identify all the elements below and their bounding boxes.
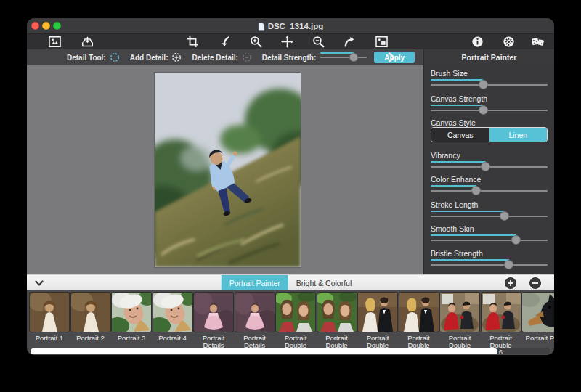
- import-icon[interactable]: [79, 35, 95, 49]
- couple-red-thumbnail-art: [440, 293, 479, 332]
- two-girls-thumbnail-art: [276, 293, 315, 332]
- canvas-strength-slider[interactable]: [431, 105, 548, 115]
- delete-detail-label: Delete Detail:: [192, 54, 237, 62]
- title-bar: DSC_1314.jpg: [27, 18, 554, 34]
- main-toolbar: [27, 34, 554, 49]
- panel-title: Portrait Painter: [462, 53, 517, 62]
- preset-thumbnail-label: Portrait 1: [28, 335, 70, 342]
- preset-tab-bar: Portrait Painter Bright & Colorful: [27, 274, 554, 290]
- detail-strength-label: Detail Strength:: [262, 54, 316, 62]
- settings-icon[interactable]: [500, 35, 516, 49]
- delete-detail-icon[interactable]: [242, 52, 252, 62]
- couple-red-thumbnail-art: [482, 293, 521, 332]
- brush-size-slider[interactable]: [431, 79, 548, 90]
- face-hat-thumbnail-art: [153, 293, 192, 332]
- woman-sepia-thumbnail-art: [30, 293, 69, 332]
- horizontal-scrollbar[interactable]: [30, 348, 550, 354]
- preset-tabs: Portrait Painter Bright & Colorful: [222, 275, 359, 291]
- random-icon[interactable]: [529, 35, 545, 49]
- canvas-style-option-canvas[interactable]: Canvas: [431, 128, 489, 142]
- close-button[interactable]: [31, 22, 39, 30]
- crop-icon[interactable]: [184, 35, 200, 49]
- brush-size-label: Brush Size: [431, 69, 468, 78]
- preset-thumbnail-label: Portrait 4: [152, 335, 194, 342]
- minimize-button[interactable]: [42, 22, 50, 30]
- stroke-length-slider[interactable]: [431, 211, 548, 221]
- add-preset-button[interactable]: [505, 277, 516, 289]
- detail-tool-icon[interactable]: [110, 52, 120, 62]
- window-title: DSC_1314.jpg: [268, 22, 324, 30]
- canvas-strength-label: Canvas Strength: [431, 94, 487, 103]
- preset-thumbnail-2[interactable]: Portrait 2: [71, 293, 110, 355]
- bristle-strength-label: Bristle Strength: [431, 249, 483, 258]
- preset-thumbnail-label: Portrait Pe: [521, 335, 554, 342]
- preset-thumbnail-label: Portrait 2: [70, 335, 112, 342]
- canvas-style-segmented-control: Canvas Linen: [431, 127, 548, 142]
- move-icon[interactable]: [279, 35, 295, 49]
- girl-pink-thumbnail-art: [235, 293, 275, 332]
- color-enhance-slider[interactable]: [431, 185, 548, 196]
- zoom-in-icon[interactable]: [248, 35, 264, 49]
- detail-tool-label: Detail Tool:: [67, 54, 106, 62]
- add-detail-icon[interactable]: [171, 52, 182, 62]
- preset-thumbnail-label: Portrait 3: [110, 335, 153, 342]
- image-icon[interactable]: [46, 35, 62, 49]
- dog-thumbnail-art: [522, 293, 554, 332]
- smooth-skin-slider[interactable]: [431, 234, 548, 245]
- vibrancy-label: Vibrancy: [431, 151, 460, 160]
- bride-groom-thumbnail-art: [399, 293, 439, 332]
- preset-thumbnail-12[interactable]: Portrait Double 6: [482, 293, 521, 355]
- bristle-strength-slider[interactable]: [431, 259, 548, 270]
- chevron-down-icon[interactable]: [34, 278, 44, 288]
- preset-thumbnail-1[interactable]: Portrait 1: [30, 293, 69, 355]
- preset-thumbnail-8[interactable]: Portrait Double 2: [317, 293, 357, 355]
- undo-icon[interactable]: [217, 35, 233, 49]
- document-icon: [258, 21, 265, 30]
- app-window: DSC_1314.jpg Detail Tool: Add Detail: De…: [27, 18, 554, 355]
- redo-icon[interactable]: [341, 35, 357, 49]
- woman-sepia-thumbnail-art: [71, 293, 110, 332]
- preset-thumbnail-6[interactable]: Portrait Details 2: [235, 293, 275, 355]
- zoom-out-icon[interactable]: [310, 35, 326, 49]
- info-icon[interactable]: [469, 35, 485, 49]
- preset-thumbnail-11[interactable]: Portrait Double 5: [440, 293, 479, 355]
- preset-thumbnail-13[interactable]: Portrait Pe: [522, 293, 554, 355]
- preset-thumbnail-9[interactable]: Portrait Double 3: [358, 293, 397, 355]
- two-girls-thumbnail-art: [317, 293, 357, 332]
- vibrancy-slider[interactable]: [431, 161, 548, 172]
- canvas-style-option-linen[interactable]: Linen: [489, 128, 548, 142]
- preset-thumbnail-4[interactable]: Portrait 4: [153, 293, 192, 355]
- photo-preview[interactable]: [155, 73, 301, 267]
- zoom-window-button[interactable]: [53, 22, 61, 30]
- girl-pink-thumbnail-art: [194, 293, 233, 332]
- traffic-lights: [27, 22, 62, 30]
- chevron-right-icon[interactable]: [387, 52, 396, 63]
- preset-filmstrip: Portrait 1 Portrait 2 Portrait 3 Portrai…: [27, 290, 554, 355]
- scrollbar-thumb[interactable]: [31, 348, 497, 354]
- preset-thumbnail-3[interactable]: Portrait 3: [112, 293, 151, 355]
- add-detail-label: Add Detail:: [130, 54, 168, 62]
- remove-preset-button[interactable]: [529, 277, 541, 289]
- editing-canvas[interactable]: [27, 65, 423, 274]
- preset-thumbnail-10[interactable]: Portrait Double 4: [399, 293, 439, 355]
- detail-tool-bar: Detail Tool: Add Detail: Delete Detail: …: [27, 49, 423, 65]
- canvas-style-label: Canvas Style: [431, 118, 476, 127]
- portrait-painter-panel: Brush Size Canvas Strength Canvas Style …: [423, 65, 554, 274]
- face-hat-thumbnail-art: [112, 293, 151, 332]
- preview-icon[interactable]: [373, 35, 389, 49]
- detail-strength-slider[interactable]: [320, 52, 367, 62]
- preset-thumbnail-7[interactable]: Portrait Double 1: [276, 293, 315, 355]
- bride-groom-thumbnail-art: [358, 293, 397, 332]
- smooth-skin-label: Smooth Skin: [431, 224, 474, 233]
- tab-portrait-painter[interactable]: Portrait Painter: [222, 275, 288, 291]
- tab-bright-colorful[interactable]: Bright & Colorful: [288, 275, 359, 291]
- panel-header: Portrait Painter: [423, 49, 554, 65]
- preset-thumbnail-5[interactable]: Portrait Details 1: [194, 293, 233, 355]
- stroke-length-label: Stroke Length: [431, 200, 478, 209]
- color-enhance-label: Color Enhance: [431, 175, 481, 184]
